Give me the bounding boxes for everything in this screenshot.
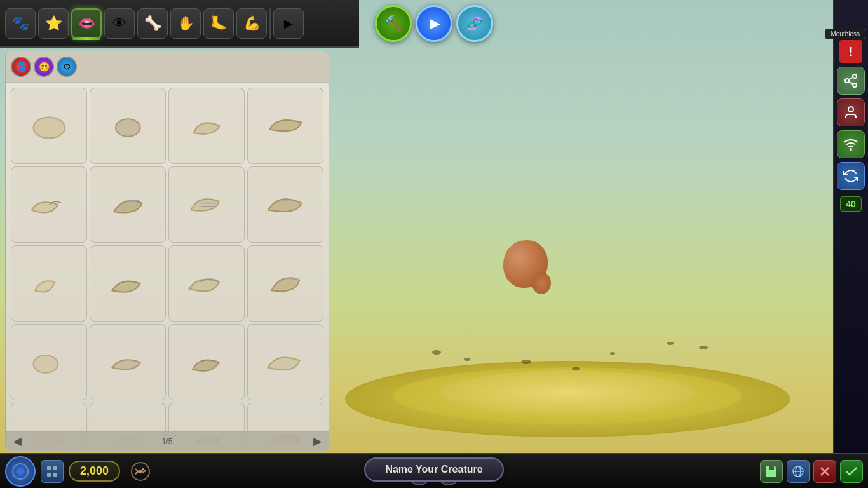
- creature-tail: [532, 272, 551, 294]
- warning-icon: !: [849, 44, 853, 59]
- svg-point-6: [853, 74, 857, 78]
- top-toolbar: 🐾 ⭐ 👄 👁 🦴 ✋ 🦶 💪 ▶: [0, 0, 359, 48]
- globe-button[interactable]: [787, 460, 810, 483]
- part-item[interactable]: [11, 324, 87, 400]
- svg-point-18: [132, 463, 149, 480]
- name-creature-button[interactable]: Name Your Creature: [364, 458, 504, 482]
- parts-grid: [6, 83, 329, 444]
- filter-button-2[interactable]: 😊: [34, 57, 54, 77]
- tab-feet[interactable]: 🦶: [203, 8, 234, 39]
- ground-spot: [521, 360, 531, 364]
- wifi-button[interactable]: [837, 130, 865, 158]
- part-item[interactable]: [90, 324, 166, 400]
- page-indicator: 1/5: [162, 437, 173, 446]
- avatar-button[interactable]: [837, 98, 865, 126]
- ground-spot: [464, 358, 470, 361]
- svg-line-10: [849, 78, 853, 80]
- part-item[interactable]: [168, 88, 245, 164]
- svg-point-7: [845, 79, 849, 83]
- creature: [503, 240, 554, 297]
- active-indicator: [72, 37, 100, 40]
- dna-counter: 40: [840, 196, 862, 212]
- tab-more[interactable]: ▶: [273, 8, 304, 39]
- tab-detail1[interactable]: 🦴: [137, 8, 168, 39]
- part-item[interactable]: [247, 324, 323, 400]
- parts-panel: 🌀 😊 ⚙: [5, 51, 329, 451]
- center-toolbar: 🔨 ▶ 🧬: [375, 5, 493, 42]
- build-button[interactable]: 🔨: [375, 5, 412, 42]
- svg-point-0: [33, 117, 65, 138]
- svg-rect-16: [47, 473, 51, 477]
- svg-point-1: [116, 119, 140, 137]
- prev-page-button[interactable]: ◀: [13, 435, 21, 447]
- dna-icon-bottom[interactable]: [128, 459, 153, 484]
- pagination: ◀ 1/5 ▶: [6, 431, 329, 451]
- tab-body[interactable]: 🐾: [5, 8, 36, 39]
- part-item[interactable]: [168, 245, 245, 322]
- bottom-right-group: [760, 460, 863, 483]
- sync-button[interactable]: [837, 162, 865, 190]
- part-item[interactable]: [168, 324, 245, 400]
- tab-arms[interactable]: 💪: [236, 8, 267, 39]
- svg-point-4: [33, 355, 58, 373]
- part-item[interactable]: [168, 166, 245, 243]
- svg-rect-14: [47, 466, 51, 470]
- ground-spot: [610, 352, 615, 355]
- next-page-button[interactable]: ▶: [313, 435, 321, 447]
- tab-mouth[interactable]: 👄: [71, 8, 102, 39]
- cancel-button[interactable]: [813, 460, 836, 483]
- filter-button-3[interactable]: ⚙: [57, 57, 77, 77]
- svg-point-11: [848, 107, 853, 112]
- mouthless-indicator: Mouthless: [825, 29, 865, 39]
- tab-eyes[interactable]: 👁: [104, 8, 135, 39]
- filter-button-1[interactable]: 🌀: [11, 57, 31, 77]
- part-item[interactable]: [11, 245, 87, 322]
- ground-spot: [432, 350, 441, 355]
- grid-view-button[interactable]: [41, 460, 64, 483]
- svg-point-12: [850, 149, 851, 150]
- svg-rect-15: [53, 466, 57, 470]
- ground-platform: [345, 215, 790, 437]
- part-item[interactable]: [90, 245, 166, 322]
- part-item[interactable]: [90, 166, 166, 243]
- part-item[interactable]: [90, 88, 166, 164]
- right-panel: Mouthless ! 40: [833, 0, 868, 458]
- ground-spot: [572, 367, 580, 370]
- save-button[interactable]: [760, 460, 783, 483]
- tab-spine[interactable]: ⭐: [38, 8, 69, 39]
- svg-point-8: [853, 83, 857, 87]
- svg-line-9: [849, 82, 853, 85]
- toolbar-divider: [269, 8, 271, 39]
- warning-button[interactable]: !: [839, 40, 862, 63]
- bottom-bar: 2,000 ◀ Name Your Creature ▶: [0, 453, 868, 488]
- part-item[interactable]: [247, 166, 323, 243]
- ground-spot: [667, 342, 674, 345]
- filter-bar: 🌀 😊 ⚙: [6, 51, 329, 83]
- dna-button[interactable]: 🧬: [456, 5, 493, 42]
- tab-hands[interactable]: ✋: [170, 8, 201, 39]
- confirm-button[interactable]: [840, 460, 863, 483]
- ground-inner: [440, 370, 695, 415]
- svg-rect-17: [53, 473, 57, 477]
- share-button[interactable]: [837, 67, 865, 95]
- play-button[interactable]: ▶: [416, 5, 452, 42]
- ground-spot: [699, 346, 708, 349]
- currency-display: 2,000: [69, 461, 120, 482]
- part-item[interactable]: [247, 88, 323, 164]
- part-item[interactable]: [11, 166, 87, 243]
- logo-button[interactable]: [5, 456, 36, 487]
- part-item[interactable]: [11, 88, 87, 164]
- bottom-center: ◀ Name Your Creature ▶: [408, 463, 460, 485]
- part-item[interactable]: [247, 245, 323, 322]
